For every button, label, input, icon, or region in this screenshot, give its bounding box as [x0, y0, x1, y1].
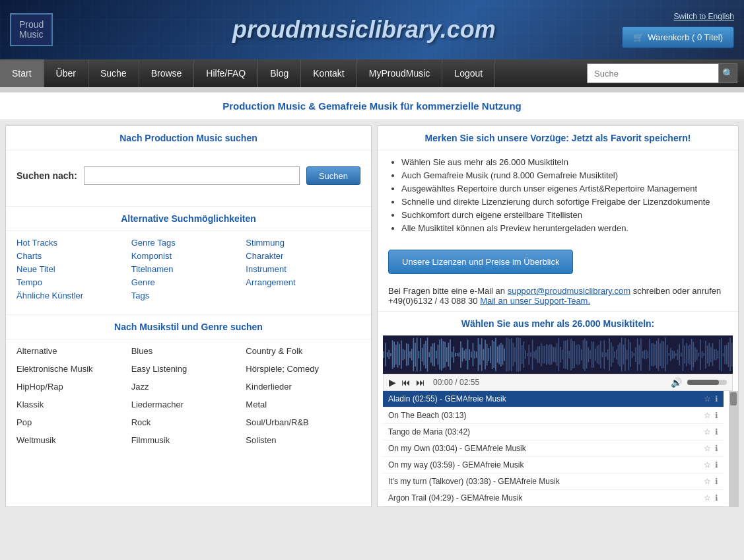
main-search-input[interactable]: [84, 166, 300, 185]
genre-elektronische-musik[interactable]: Elektronische Musik: [17, 364, 131, 374]
svg-rect-58: [483, 349, 485, 360]
genre-solisten[interactable]: Solisten: [246, 435, 360, 445]
svg-rect-84: [528, 345, 529, 365]
switch-language-link[interactable]: Switch to English: [674, 12, 734, 21]
track-star-5[interactable]: ☆: [704, 477, 711, 486]
track-item-0[interactable]: Aladin (02:55) - GEMAfreie Musik ☆ ℹ: [383, 391, 724, 407]
genre-weltmusik[interactable]: Weltmusik: [17, 435, 131, 445]
track-star-3[interactable]: ☆: [704, 444, 711, 453]
link-tempo[interactable]: Tempo: [17, 277, 131, 287]
link-genre[interactable]: Genre: [131, 277, 246, 287]
link-tags[interactable]: Tags: [131, 291, 246, 300]
track-star-1[interactable]: ☆: [704, 411, 711, 420]
track-icons-4: ☆ ℹ: [704, 460, 718, 470]
track-info-2[interactable]: ℹ: [715, 427, 718, 437]
track-info-4[interactable]: ℹ: [715, 460, 718, 470]
genre-soul-urban-rnb[interactable]: Soul/Urban/R&B: [246, 417, 360, 427]
link-neue-titel[interactable]: Neue Titel: [17, 264, 131, 274]
svg-rect-11: [401, 340, 402, 368]
track-info-0[interactable]: ℹ: [715, 394, 718, 403]
nav-item-myproudmusic[interactable]: MyProudMusic: [357, 59, 443, 87]
svg-rect-33: [439, 339, 440, 369]
next-button[interactable]: ⏭: [416, 377, 425, 388]
link-komponist[interactable]: Komponist: [131, 251, 246, 261]
license-button[interactable]: Unsere Lizenzen und Preise im Überblick: [388, 250, 573, 274]
cart-button[interactable]: 🛒 Warenkorb ( 0 Titel): [622, 26, 734, 48]
waveform-display[interactable]: [383, 335, 733, 374]
svg-rect-177: [691, 339, 693, 370]
track-info-5[interactable]: ℹ: [715, 477, 718, 486]
svg-rect-50: [469, 349, 470, 360]
genre-kinderlieder[interactable]: Kinderlieder: [246, 382, 360, 392]
track-item-3[interactable]: On my Own (03:04) - GEMAfreie Musik ☆ ℹ: [383, 440, 724, 457]
track-star-6[interactable]: ☆: [704, 493, 711, 503]
genre-jazz[interactable]: Jazz: [131, 382, 246, 392]
link-charts[interactable]: Charts: [17, 251, 131, 261]
track-list-scrollbar[interactable]: [729, 391, 738, 507]
genre-metal[interactable]: Metal: [246, 400, 360, 409]
contact-section: Bei Fragen bitte eine e-Mail an support@…: [378, 281, 738, 311]
link-aehnliche-kuenstler[interactable]: Ähnliche Künstler: [17, 291, 131, 300]
contact-email-link[interactable]: support@proudmusiclibrary.com: [508, 286, 630, 296]
prev-button[interactable]: ⏮: [401, 377, 411, 388]
svg-rect-101: [558, 338, 559, 371]
support-team-link[interactable]: Mail an unser Support-Team.: [480, 296, 590, 306]
svg-rect-118: [588, 347, 590, 363]
track-item-5[interactable]: It's my turn (Talkover) (03:38) - GEMAfr…: [383, 473, 724, 490]
genre-liedermacher[interactable]: Liedermacher: [131, 400, 246, 409]
svg-rect-75: [513, 343, 514, 366]
nav-item-browse[interactable]: Browse: [139, 59, 195, 87]
svg-rect-106: [567, 340, 568, 370]
nav-item-suche[interactable]: Suche: [88, 59, 139, 87]
track-star-4[interactable]: ☆: [704, 460, 711, 470]
genre-pop[interactable]: Pop: [17, 417, 131, 427]
track-item-4[interactable]: On my way (03:59) - GEMAfreie Musik ☆ ℹ: [383, 457, 724, 473]
track-item-6[interactable]: Argon Trail (04:29) - GEMAfreie Musik ☆ …: [383, 490, 724, 507]
nav-item-hilfe[interactable]: Hilfe/FAQ: [194, 59, 258, 87]
nav-item-logout[interactable]: Logout: [442, 59, 495, 87]
main-search-button[interactable]: Suchen: [306, 166, 360, 185]
genre-klassik[interactable]: Klassik: [17, 400, 131, 409]
genre-country-folk[interactable]: Country & Folk: [246, 346, 360, 356]
track-info-3[interactable]: ℹ: [715, 444, 718, 453]
track-info-6[interactable]: ℹ: [715, 493, 718, 503]
track-star-0[interactable]: ☆: [704, 394, 711, 403]
genre-easy-listening[interactable]: Easy Listening: [131, 364, 246, 374]
nav-item-blog[interactable]: Blog: [258, 59, 301, 87]
genre-blues[interactable]: Blues: [131, 346, 246, 356]
genre-hoerspiele-comedy[interactable]: Hörspiele; Comedy: [246, 364, 360, 374]
nav-item-start[interactable]: Start: [0, 59, 44, 87]
link-hot-tracks[interactable]: Hot Tracks: [17, 238, 131, 248]
track-star-2[interactable]: ☆: [704, 427, 711, 437]
link-titelnamen[interactable]: Titelnamen: [131, 264, 246, 274]
nav-search-area: 🔍: [587, 63, 744, 83]
nav-search-button[interactable]: 🔍: [719, 63, 737, 83]
genre-alternative[interactable]: Alternative: [17, 346, 131, 356]
genre-hiphop-rap[interactable]: HipHop/Rap: [17, 382, 131, 392]
nav-item-kontakt[interactable]: Kontakt: [301, 59, 356, 87]
genre-filmmusik[interactable]: Filmmusik: [131, 435, 246, 445]
nav-search-input[interactable]: [587, 63, 719, 83]
svg-rect-74: [511, 338, 512, 371]
svg-rect-157: [656, 341, 658, 368]
track-item-1[interactable]: On The Beach (03:13) ☆ ℹ: [383, 407, 724, 424]
nav-item-ueber[interactable]: Über: [44, 59, 88, 87]
link-instrument[interactable]: Instrument: [246, 264, 360, 274]
svg-rect-78: [518, 337, 520, 372]
svg-rect-142: [630, 342, 631, 367]
link-arrangement[interactable]: Arrangement: [246, 277, 360, 287]
track-info-1[interactable]: ℹ: [715, 411, 718, 420]
play-button[interactable]: ▶: [389, 377, 396, 388]
music-section-title: Wählen Sie aus mehr als 26.000 Musiktite…: [378, 311, 738, 335]
volume-slider[interactable]: [687, 380, 727, 385]
track-icons-3: ☆ ℹ: [704, 444, 718, 453]
link-genre-tags[interactable]: Genre Tags: [131, 238, 246, 248]
genre-rock[interactable]: Rock: [131, 417, 246, 427]
link-charakter[interactable]: Charakter: [246, 251, 360, 261]
link-stimmung[interactable]: Stimmung: [246, 238, 360, 248]
waveform-svg: [383, 335, 733, 374]
svg-rect-19: [415, 343, 416, 367]
track-icons-2: ☆ ℹ: [704, 427, 718, 437]
svg-rect-184: [703, 353, 704, 356]
track-item-2[interactable]: Tango de Maria (03:42) ☆ ℹ: [383, 424, 724, 440]
